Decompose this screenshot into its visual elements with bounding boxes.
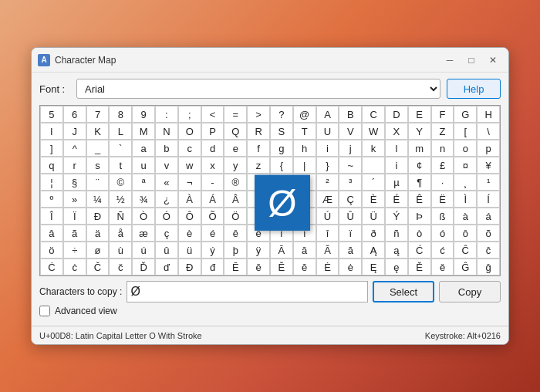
- char-cell[interactable]: §: [63, 174, 86, 191]
- char-cell[interactable]: ï: [339, 225, 362, 242]
- char-cell[interactable]: ß: [431, 208, 454, 225]
- char-cell[interactable]: @: [293, 106, 316, 123]
- char-cell[interactable]: ò: [408, 225, 431, 242]
- char-cell[interactable]: đ: [201, 259, 224, 275]
- char-cell[interactable]: ¢: [408, 157, 431, 174]
- char-cell[interactable]: x: [201, 157, 224, 174]
- char-cell[interactable]: e: [224, 140, 247, 157]
- char-cell[interactable]: Ü: [362, 208, 385, 225]
- char-cell[interactable]: q: [40, 157, 63, 174]
- char-cell[interactable]: ¨: [86, 174, 110, 191]
- char-cell[interactable]: ¤: [454, 157, 477, 174]
- char-cell[interactable]: Č: [86, 259, 110, 275]
- char-cell[interactable]: ú: [132, 242, 155, 259]
- char-cell[interactable]: ę: [385, 259, 408, 275]
- char-cell[interactable]: Í: [477, 191, 500, 208]
- char-cell[interactable]: ö: [40, 242, 63, 259]
- char-cell[interactable]: Ċ: [40, 259, 63, 275]
- select-button[interactable]: Select: [373, 281, 434, 302]
- char-cell[interactable]: Ë: [431, 191, 454, 208]
- char-cell[interactable]: W: [362, 123, 385, 140]
- close-button[interactable]: ✕: [484, 52, 502, 68]
- char-cell[interactable]: ®: [224, 174, 247, 191]
- font-select[interactable]: Arial: [76, 79, 440, 99]
- char-cell[interactable]: ~: [339, 157, 362, 174]
- char-cell[interactable]: i: [385, 157, 408, 174]
- char-cell[interactable]: ó: [431, 225, 454, 242]
- char-cell[interactable]: Ă: [316, 242, 339, 259]
- char-cell[interactable]: º: [40, 191, 63, 208]
- char-cell[interactable]: w: [178, 157, 201, 174]
- char-cell[interactable]: 8: [109, 106, 132, 123]
- char-cell[interactable]: Ò: [132, 208, 155, 225]
- char-cell[interactable]: Ć: [408, 242, 431, 259]
- char-cell[interactable]: ¦: [40, 174, 63, 191]
- char-cell[interactable]: |: [293, 157, 316, 174]
- char-cell[interactable]: ¾: [132, 191, 155, 208]
- char-cell[interactable]: Ê: [408, 191, 431, 208]
- advanced-view-checkbox[interactable]: [39, 306, 50, 316]
- char-cell[interactable]: Ē: [224, 259, 247, 275]
- char-cell[interactable]: 6: [63, 106, 86, 123]
- char-cell[interactable]: H: [477, 106, 500, 123]
- char-cell[interactable]: ô: [454, 225, 477, 242]
- char-cell[interactable]: å: [109, 225, 132, 242]
- char-cell[interactable]: á: [477, 208, 500, 225]
- char-cell[interactable]: {: [270, 157, 293, 174]
- char-cell[interactable]: U: [316, 123, 339, 140]
- char-cell[interactable]: ď: [155, 259, 178, 275]
- char-cell[interactable]: Õ: [201, 208, 224, 225]
- char-cell[interactable]: G: [454, 106, 477, 123]
- char-cell[interactable]: ė: [339, 259, 362, 275]
- char-cell[interactable]: ù: [109, 242, 132, 259]
- char-cell[interactable]: l: [385, 140, 408, 157]
- char-cell[interactable]: Ĉ: [454, 242, 477, 259]
- char-cell[interactable]: Ú: [316, 208, 339, 225]
- char-cell[interactable]: ^: [63, 140, 86, 157]
- char-cell[interactable]: Æ: [316, 191, 339, 208]
- char-cell[interactable]: ª: [132, 174, 155, 191]
- char-cell[interactable]: »: [63, 191, 86, 208]
- char-cell[interactable]: Ñ: [109, 208, 132, 225]
- char-cell[interactable]: ć: [431, 242, 454, 259]
- char-cell[interactable]: N: [155, 123, 178, 140]
- char-cell[interactable]: m: [408, 140, 431, 157]
- char-cell[interactable]: n: [431, 140, 454, 157]
- char-cell[interactable]: Î: [40, 208, 63, 225]
- char-cell[interactable]: j: [339, 140, 362, 157]
- char-cell[interactable]: >: [247, 106, 270, 123]
- char-cell[interactable]: Ę: [362, 259, 385, 275]
- char-cell[interactable]: z: [247, 157, 270, 174]
- char-cell[interactable]: ě: [431, 259, 454, 275]
- char-cell[interactable]: ą: [385, 242, 408, 259]
- char-cell[interactable]: s: [86, 157, 110, 174]
- char-cell[interactable]: ]: [40, 140, 63, 157]
- char-cell[interactable]: P: [201, 123, 224, 140]
- char-cell[interactable]: y: [224, 157, 247, 174]
- char-cell[interactable]: =: [224, 106, 247, 123]
- char-cell[interactable]: <: [201, 106, 224, 123]
- char-cell[interactable]: p: [477, 140, 500, 157]
- char-cell[interactable]: Â: [224, 191, 247, 208]
- char-cell[interactable]: Đ: [178, 259, 201, 275]
- char-cell[interactable]: ā: [293, 242, 316, 259]
- char-cell[interactable]: ê: [224, 225, 247, 242]
- char-cell[interactable]: ¿: [155, 191, 178, 208]
- char-cell[interactable]: Ĕ: [270, 259, 293, 275]
- char-cell[interactable]: -: [201, 174, 224, 191]
- char-cell[interactable]: ç: [155, 225, 178, 242]
- char-cell[interactable]: ä: [86, 225, 110, 242]
- char-cell[interactable]: þ: [224, 242, 247, 259]
- char-cell[interactable]: ċ: [63, 259, 86, 275]
- char-cell[interactable]: Ö: [224, 208, 247, 225]
- char-cell[interactable]: X: [385, 123, 408, 140]
- char-cell[interactable]: ;: [178, 106, 201, 123]
- char-cell[interactable]: F: [431, 106, 454, 123]
- char-cell[interactable]: L: [109, 123, 132, 140]
- char-cell[interactable]: K: [86, 123, 110, 140]
- char-cell[interactable]: Y: [408, 123, 431, 140]
- char-cell[interactable]: ÿ: [247, 242, 270, 259]
- copy-button[interactable]: Copy: [439, 281, 501, 302]
- char-cell[interactable]: Ě: [408, 259, 431, 275]
- char-cell[interactable]: ø: [86, 242, 110, 259]
